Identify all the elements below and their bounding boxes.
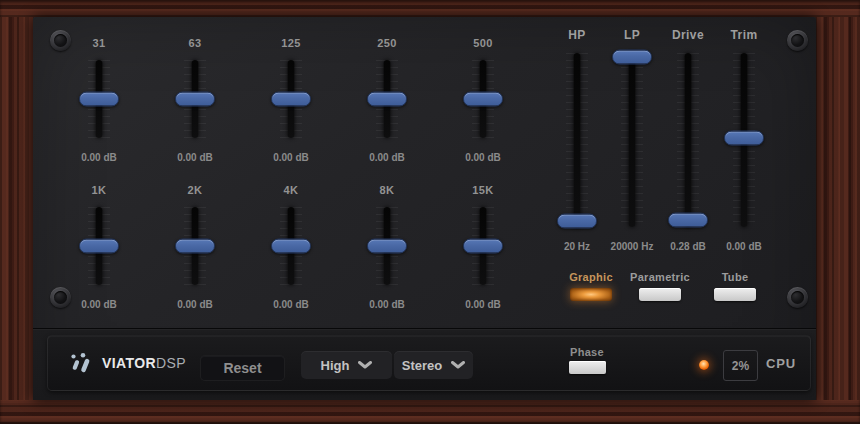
slider-thumb[interactable]: [175, 92, 215, 107]
wood-frame-bottom: [0, 400, 860, 424]
band-frequency-label: 500: [435, 36, 531, 50]
slider-thumb[interactable]: [79, 92, 119, 107]
band-value: 0.00 dB: [435, 151, 531, 165]
eq-band-125: 125 0.00 dB: [243, 36, 339, 165]
trim-control: Trim 0.00 dB: [716, 28, 772, 254]
band-slider[interactable]: [472, 60, 494, 138]
quality-dropdown[interactable]: High: [301, 351, 392, 379]
lp-filter: LP 20000 Hz: [604, 28, 660, 254]
tube-mode-button[interactable]: [714, 288, 756, 301]
eq-band-8k: 8K 0.00 dB: [339, 183, 435, 312]
eq-band-500: 500 0.00 dB: [435, 36, 531, 165]
mode-parametric: Parametric: [620, 270, 700, 301]
graphic-mode-button[interactable]: [570, 288, 612, 301]
slider-thumb[interactable]: [271, 92, 311, 107]
band-slider[interactable]: [184, 207, 206, 285]
cpu-percent-box: 2%: [723, 350, 758, 381]
hp-slider[interactable]: [566, 53, 588, 227]
band-frequency-label: 1K: [51, 183, 147, 197]
filter-value: 20 Hz: [549, 240, 605, 254]
band-value: 0.00 dB: [339, 298, 435, 312]
band-value: 0.00 dB: [243, 298, 339, 312]
footer-strip: VIATORDSP Reset High Stereo Phase: [33, 328, 816, 400]
trim-slider[interactable]: [733, 53, 755, 227]
band-frequency-label: 250: [339, 36, 435, 50]
band-frequency-label: 63: [147, 36, 243, 50]
band-slider[interactable]: [472, 207, 494, 285]
cpu-label: CPU: [766, 336, 796, 390]
slider-thumb[interactable]: [271, 239, 311, 254]
band-slider[interactable]: [280, 60, 302, 138]
faceplate-panel: 31 0.00 dB 63 0.00 dB 125 0.00 dB 250: [33, 17, 816, 400]
band-value: 0.00 dB: [243, 151, 339, 165]
band-frequency-label: 8K: [339, 183, 435, 197]
slider-thumb[interactable]: [463, 239, 503, 254]
slider-thumb[interactable]: [557, 213, 597, 228]
filter-label: LP: [604, 28, 660, 42]
wood-frame-top: [0, 0, 860, 17]
slider-thumb[interactable]: [175, 239, 215, 254]
band-slider[interactable]: [88, 207, 110, 285]
band-value: 0.00 dB: [51, 151, 147, 165]
brand-logo: VIATORDSP: [69, 336, 186, 390]
band-value: 0.00 dB: [147, 298, 243, 312]
band-value: 0.00 dB: [147, 151, 243, 165]
mode-tube: Tube: [695, 270, 775, 301]
band-frequency-label: 2K: [147, 183, 243, 197]
band-slider[interactable]: [376, 60, 398, 138]
eq-band-250: 250 0.00 dB: [339, 36, 435, 165]
band-slider[interactable]: [280, 207, 302, 285]
band-frequency-label: 15K: [435, 183, 531, 197]
filter-value: 0.28 dB: [660, 240, 716, 254]
slider-thumb[interactable]: [724, 131, 764, 146]
channel-dropdown[interactable]: Stereo: [394, 351, 473, 379]
brand-name-light: DSP: [156, 355, 186, 371]
filter-value: 20000 Hz: [604, 240, 660, 254]
band-slider[interactable]: [184, 60, 206, 138]
eq-band-2k: 2K 0.00 dB: [147, 183, 243, 312]
band-slider[interactable]: [88, 60, 110, 138]
viator-logo-icon: [69, 352, 95, 375]
slider-thumb[interactable]: [79, 239, 119, 254]
slider-track: [629, 53, 636, 227]
drive-slider[interactable]: [677, 53, 699, 227]
filter-label: HP: [549, 28, 605, 42]
filter-label: Trim: [716, 28, 772, 42]
mode-label: Parametric: [620, 270, 700, 284]
chevron-down-icon: [451, 361, 465, 369]
lp-slider[interactable]: [621, 53, 643, 227]
parametric-mode-button[interactable]: [639, 288, 681, 301]
slider-thumb[interactable]: [367, 239, 407, 254]
phase-button[interactable]: [569, 361, 606, 374]
slider-thumb[interactable]: [668, 213, 708, 228]
slider-thumb[interactable]: [367, 92, 407, 107]
band-value: 0.00 dB: [51, 298, 147, 312]
band-frequency-label: 31: [51, 36, 147, 50]
plugin-window: 31 0.00 dB 63 0.00 dB 125 0.00 dB 250: [0, 0, 860, 424]
mode-label: Tube: [695, 270, 775, 284]
wood-frame-left: [0, 0, 34, 424]
phase-label: Phase: [547, 346, 627, 358]
eq-band-31: 31 0.00 dB: [51, 36, 147, 165]
eq-band-63: 63 0.00 dB: [147, 36, 243, 165]
band-slider[interactable]: [376, 207, 398, 285]
eq-band-15k: 15K 0.00 dB: [435, 183, 531, 312]
mode-label: Graphic: [551, 270, 631, 284]
band-frequency-label: 4K: [243, 183, 339, 197]
slider-thumb[interactable]: [463, 92, 503, 107]
screw-top-right: [787, 30, 808, 51]
wood-frame-right: [815, 0, 860, 424]
cpu-led-icon: [699, 360, 709, 370]
slider-thumb[interactable]: [612, 50, 652, 65]
reset-button[interactable]: Reset: [200, 355, 285, 381]
brand-name: VIATORDSP: [102, 355, 186, 371]
band-frequency-label: 125: [243, 36, 339, 50]
drive-control: Drive 0.28 dB: [660, 28, 716, 254]
mode-graphic: Graphic: [551, 270, 631, 301]
bottom-bar: VIATORDSP Reset High Stereo Phase: [47, 335, 811, 391]
eq-band-4k: 4K 0.00 dB: [243, 183, 339, 312]
slider-track: [685, 53, 692, 227]
filter-label: Drive: [660, 28, 716, 42]
quality-dropdown-value: High: [321, 358, 350, 373]
filter-value: 0.00 dB: [716, 240, 772, 254]
